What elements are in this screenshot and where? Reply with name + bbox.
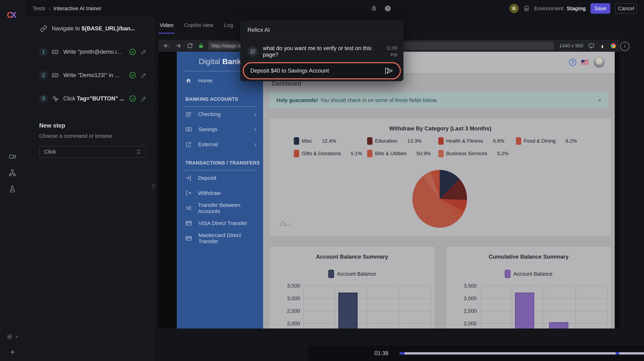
new-step-title: New step [39, 122, 146, 129]
credit-card-icon [186, 235, 192, 242]
alert-close-icon[interactable]: × [598, 97, 602, 104]
tab-log[interactable]: Log [224, 17, 233, 33]
bank-help-icon[interactable]: ? [569, 59, 576, 66]
link-icon [40, 25, 47, 32]
reload-icon[interactable] [187, 42, 193, 49]
progress-event-marker[interactable] [616, 352, 619, 355]
breadcrumb-current: Interactive AI trainer [53, 5, 101, 11]
panel-resize-handle[interactable] [152, 184, 154, 189]
step-label: Write "jsmith@demo.i... [63, 49, 121, 55]
bank-sidebar: Digital Bank Home BANKING ACCOUNTS Check… [177, 52, 263, 329]
bank-section-accounts: BANKING ACCOUNTS [186, 96, 263, 102]
forward-icon[interactable] [175, 42, 182, 49]
step-row-2[interactable]: 2 Write "Demo123!" in ... [25, 63, 154, 87]
legend-swatch [438, 137, 444, 145]
sparkline-icon [279, 220, 293, 227]
chevron-right-icon: › [254, 126, 256, 133]
bar-plot: 3,500 3,000 2,500 2,000 [480, 286, 608, 329]
save-button[interactable]: Save [590, 3, 610, 14]
monitor-icon [588, 43, 594, 49]
legend-swatch [294, 150, 299, 157]
chevron-right-icon: › [254, 141, 256, 148]
bug-icon[interactable] [371, 5, 377, 12]
video-player-bar: 01:38 LIVE [308, 345, 644, 361]
new-step-subtitle: Choose a command or browse [39, 133, 146, 139]
step-number: 2 [39, 71, 48, 79]
back-icon[interactable] [163, 42, 170, 49]
us-flag-icon[interactable] [581, 60, 588, 65]
alert-text: You should check in on some of those fie… [320, 97, 438, 103]
assistant-message: what do you want me to verify or test on… [263, 45, 383, 58]
bar-chart-title: Account Balance Summary [270, 254, 435, 260]
environment-label: Environment [534, 5, 564, 11]
add-icon[interactable]: + [10, 348, 15, 356]
bank-app: Digital Bank Home BANKING ACCOUNTS Check… [177, 52, 615, 329]
step-navigate[interactable]: Navigate to ${BASE_URL}/ban... [25, 17, 154, 40]
relicx-ai-dialog: Relicx AI what do you want me to verify … [240, 20, 404, 81]
legend-swatch [367, 150, 372, 157]
tab-video[interactable]: Video [160, 17, 174, 33]
account-balance-card: Account Balance Summary Account Balance … [269, 246, 435, 329]
video-frame[interactable]: Digital Bank Home BANKING ACCOUNTS Check… [158, 52, 620, 329]
step-row-1[interactable]: 1 Write "jsmith@demo.i... [25, 40, 154, 63]
step-number: 3 [39, 94, 48, 103]
pie-chart [412, 170, 467, 228]
bank-nav-transfer[interactable]: Transfer Between Accounts [177, 201, 263, 216]
bank-nav-visa-transfer[interactable]: VISA Direct Transfer [177, 216, 263, 231]
legend-swatch [367, 137, 372, 145]
top-header: Tests › Interactive AI trainer ? B Envir… [25, 0, 644, 17]
chat-input-value[interactable]: Deposit $40 to Savings Account [250, 67, 385, 74]
edit-pencil-icon[interactable] [140, 95, 147, 102]
chevron-down-icon[interactable] [15, 335, 19, 339]
send-icon[interactable] [386, 67, 393, 74]
legend-swatch [294, 137, 299, 145]
cancel-button[interactable]: Cancel [615, 3, 637, 14]
chrome-icon [610, 43, 616, 49]
user-avatar[interactable]: B [510, 4, 519, 13]
cumulative-balance-card: Cumulative Balance Summary Account Balan… [446, 246, 612, 329]
sitemap-icon[interactable] [9, 169, 16, 176]
bank-nav-external[interactable]: External› [177, 137, 263, 152]
check-circle-icon [129, 95, 136, 102]
chat-bot-icon [248, 46, 258, 56]
bank-nav-deposit[interactable]: Deposit [177, 170, 263, 186]
bank-nav-mastercard-transfer[interactable]: Mastercard Direct Transfer [177, 231, 263, 246]
bar-account-balance [515, 293, 534, 329]
pie-legend: Misc12.4% Education13.3% Health & Fitnes… [294, 137, 611, 157]
bank-section-transactions: TRANSACTIONS / TRANSFERS [186, 160, 263, 166]
chat-input[interactable]: Deposit $40 to Savings Account [243, 62, 401, 79]
app-logo[interactable]: CX [7, 10, 16, 20]
edit-pencil-icon[interactable] [140, 49, 147, 55]
breadcrumb-tests-link[interactable]: Tests [33, 5, 45, 11]
playback-progress-bar[interactable] [400, 352, 644, 355]
help-icon[interactable]: ? [384, 5, 391, 12]
bank-nav-savings[interactable]: Savings› [177, 122, 263, 137]
banknote-icon [186, 126, 192, 133]
command-select[interactable]: Click [39, 146, 146, 158]
flask-icon[interactable] [9, 185, 16, 193]
gear-icon[interactable] [6, 333, 13, 340]
environment-value[interactable]: Staging [567, 5, 586, 11]
withdraw-category-card: Withdraw By Category (Last 3 Months) Mis… [269, 118, 612, 236]
alert-bold-text: Holy guacamole! [276, 97, 318, 103]
legend-swatch [505, 270, 510, 278]
bar-chart-legend: Account Balance [446, 270, 611, 278]
chevron-right-icon: › [254, 111, 256, 117]
keyboard-icon [52, 48, 58, 55]
tab-copilot-view[interactable]: Copilot view [184, 17, 213, 33]
pie-chart-title: Withdraw By Category (Last 3 Months) [270, 125, 611, 132]
edit-pencil-icon[interactable] [140, 72, 147, 78]
sign-out-icon [186, 190, 192, 196]
info-icon[interactable]: i [620, 42, 630, 51]
step-row-3[interactable]: 3 Click Tag="BUTTON" ... [25, 87, 154, 110]
bank-nav-checking[interactable]: Checking› [177, 107, 263, 122]
edit-square-icon [186, 111, 192, 117]
svg-text:?: ? [387, 6, 389, 10]
video-camera-icon[interactable] [9, 153, 16, 160]
keyboard-icon [52, 72, 58, 79]
bank-user-avatar[interactable] [594, 57, 605, 68]
breadcrumb: Tests › Interactive AI trainer [33, 5, 101, 11]
alert-banner: Holy guacamole! You should check in on s… [269, 92, 608, 108]
bank-nav-withdraw[interactable]: Withdraw [177, 186, 263, 201]
viewport-resolution: 1440 x 900 [559, 43, 583, 49]
